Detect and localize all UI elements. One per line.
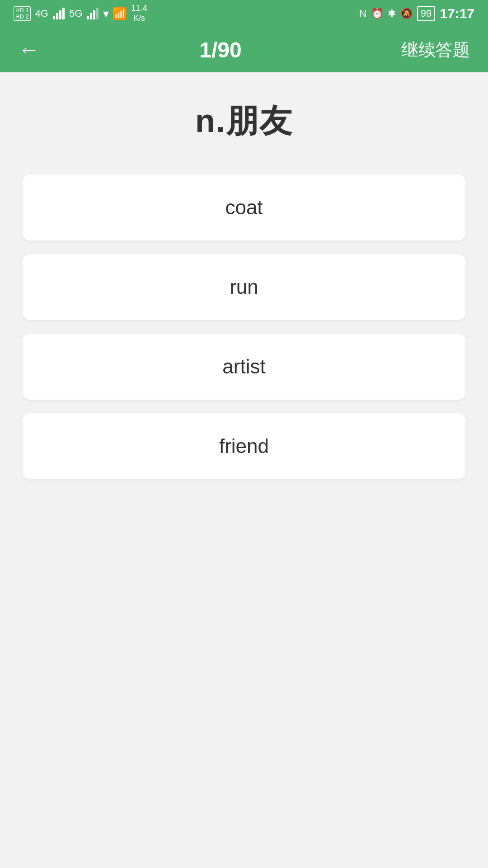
alarm-icon: ⏰ bbox=[371, 8, 383, 19]
silent-icon: 🔕 bbox=[400, 8, 413, 19]
status-bar: HD 1 HD 2 4G 5G ▾ 📶 11.4 K/s N ⏰ ✱ 🔕 99 bbox=[0, 0, 488, 27]
bluetooth-icon: ✱ bbox=[388, 8, 396, 19]
clock: 17:17 bbox=[440, 6, 474, 21]
options-container: coat run artist friend bbox=[23, 175, 465, 479]
option-b-text: run bbox=[230, 276, 258, 298]
nav-bar: ← 1/90 继续答题 bbox=[0, 27, 488, 72]
option-d[interactable]: friend bbox=[23, 413, 465, 479]
network-5g: 5G bbox=[69, 8, 82, 19]
status-right: N ⏰ ✱ 🔕 99 17:17 bbox=[359, 6, 474, 21]
option-d-text: friend bbox=[219, 435, 269, 457]
question-container: n.朋友 bbox=[23, 99, 465, 143]
status-left: HD 1 HD 2 4G 5G ▾ 📶 11.4 K/s bbox=[14, 4, 147, 23]
signal-5g bbox=[87, 8, 99, 19]
hd-badge: HD 1 HD 2 bbox=[14, 6, 31, 21]
option-c[interactable]: artist bbox=[23, 334, 465, 400]
progress-title: 1/90 bbox=[199, 38, 241, 62]
question-word: n.朋友 bbox=[23, 99, 465, 143]
option-b[interactable]: run bbox=[23, 254, 465, 320]
battery-indicator: 99 bbox=[417, 6, 435, 21]
continue-button[interactable]: 继续答题 bbox=[401, 38, 470, 61]
main-content: n.朋友 coat run artist friend bbox=[0, 72, 488, 497]
wifi-icon: ▾ 📶 bbox=[103, 7, 127, 21]
option-c-text: artist bbox=[222, 355, 265, 377]
option-a[interactable]: coat bbox=[23, 175, 465, 241]
option-a-text: coat bbox=[225, 196, 263, 218]
signal-4g bbox=[53, 8, 65, 19]
network-speed: 11.4 K/s bbox=[131, 4, 147, 23]
back-button[interactable]: ← bbox=[18, 39, 40, 61]
network-4g: 4G bbox=[35, 8, 48, 19]
nfc-icon: N bbox=[359, 8, 366, 19]
